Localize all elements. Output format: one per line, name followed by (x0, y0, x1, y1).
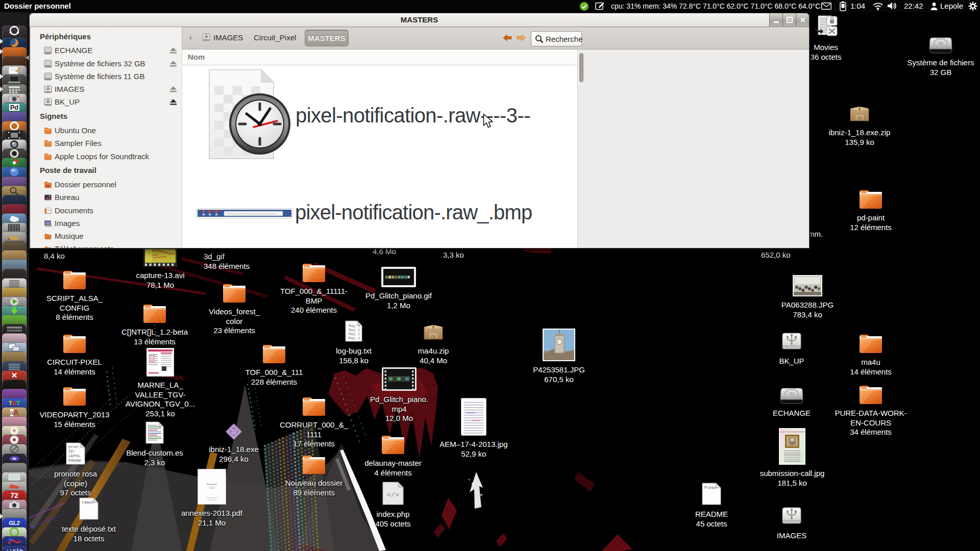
svg-text:Trouver des personnes, des lie: Trouver des personnes, des lieux et d'au… (227, 212, 276, 215)
svg-text:Annexes: Annexes (207, 483, 217, 486)
svg-text:CALL FOR SUBMISSIONS: CALL FOR SUBMISSIONS (779, 431, 805, 433)
svg-text:♪: ♪ (47, 234, 50, 239)
svg-text:Pleas: Pleas (704, 485, 717, 490)
svg-text:2013: 2013 (209, 486, 214, 489)
svg-text:remot: remot (82, 500, 94, 505)
svg-text:May 1: May 1 (349, 336, 360, 340)
svg-text:zip: zip (431, 334, 436, 338)
svg-text:zip: zip (857, 115, 863, 120)
svg-text:PASSW: PASSW (68, 458, 81, 463)
svg-text:May 1: May 1 (349, 324, 360, 328)
svg-text:May 1: May 1 (349, 332, 360, 336)
svg-text:ID:: ID: (68, 449, 76, 454)
svg-text:</>: </> (387, 491, 399, 499)
svg-text:pron: pron (68, 444, 78, 449)
svg-text:May 1: May 1 (349, 328, 360, 332)
svg-text:LEPOL: LEPOL (68, 454, 81, 458)
